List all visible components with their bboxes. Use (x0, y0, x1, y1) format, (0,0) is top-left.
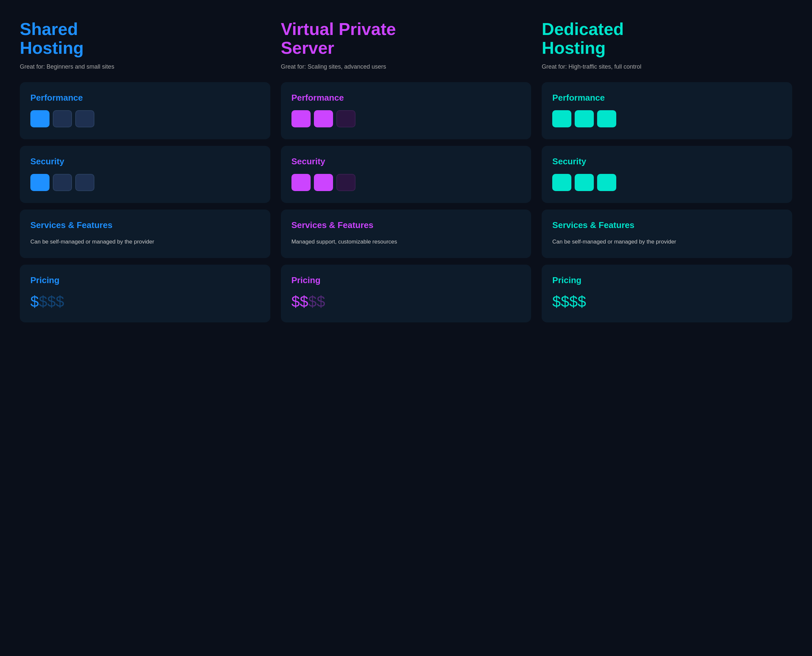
vps-subtitle: Great for: Scaling sites, advanced users (281, 63, 532, 70)
shared-pricing-card: Pricing $$$$ (20, 265, 270, 322)
dedicated-performance-blocks (552, 110, 782, 127)
shared-performance-blocks (30, 110, 260, 127)
shared-sec-block-1 (30, 174, 50, 191)
dedicated-pricing-card: Pricing $$$$ (542, 265, 792, 322)
vps-services-text: Managed support, customizable resources (291, 238, 521, 246)
dedicated-sec-block-1 (552, 174, 571, 191)
vps-security-title: Security (291, 156, 521, 167)
shared-sec-block-3 (75, 174, 95, 191)
vps-title: Virtual Private Server (281, 20, 532, 57)
dedicated-pricing-title: Pricing (552, 275, 782, 285)
dedicated-security-title: Security (552, 156, 782, 167)
dedicated-performance-card: Performance (542, 82, 792, 139)
vps-services-title: Services & Features (291, 220, 521, 231)
shared-perf-block-1 (30, 110, 50, 127)
shared-sec-block-2 (53, 174, 72, 191)
vps-security-blocks (291, 174, 521, 191)
vps-performance-title: Performance (291, 93, 521, 103)
shared-security-blocks (30, 174, 260, 191)
dedicated-sec-block-2 (575, 174, 594, 191)
dedicated-security-blocks (552, 174, 782, 191)
dedicated-services-text: Can be self-managed or managed by the pr… (552, 238, 782, 246)
shared-pricing-symbols: $$$$ (30, 293, 260, 311)
vps-pricing-symbols: $$$$ (291, 293, 521, 311)
vps-services-card: Services & Features Managed support, cus… (281, 210, 532, 258)
dedicated-services-card: Services & Features Can be self-managed … (542, 210, 792, 258)
dedicated-title: Dedicated Hosting (542, 20, 792, 57)
shared-subtitle: Great for: Beginners and small sites (20, 63, 270, 70)
vps-sec-block-3 (336, 174, 355, 191)
vps-sec-block-1 (291, 174, 311, 191)
vps-header: Virtual Private Server Great for: Scalin… (281, 20, 532, 70)
dedicated-pricing-symbols: $$$$ (552, 293, 782, 311)
dedicated-sec-block-3 (597, 174, 616, 191)
vps-perf-block-1 (291, 110, 311, 127)
dedicated-performance-title: Performance (552, 93, 782, 103)
shared-services-title: Services & Features (30, 220, 260, 231)
vps-perf-block-3 (336, 110, 355, 127)
vps-performance-card: Performance (281, 82, 532, 139)
shared-performance-card: Performance (20, 82, 270, 139)
shared-security-card: Security (20, 146, 270, 203)
dedicated-services-title: Services & Features (552, 220, 782, 231)
shared-perf-block-2 (53, 110, 72, 127)
dedicated-perf-block-1 (552, 110, 571, 127)
vps-pricing-title: Pricing (291, 275, 521, 285)
shared-pricing-title: Pricing (30, 275, 260, 285)
vps-performance-blocks (291, 110, 521, 127)
dedicated-perf-block-3 (597, 110, 616, 127)
shared-services-card: Services & Features Can be self-managed … (20, 210, 270, 258)
dedicated-header: Dedicated Hosting Great for: High-traffi… (542, 20, 792, 70)
shared-services-text: Can be self-managed or managed by the pr… (30, 238, 260, 246)
shared-security-title: Security (30, 156, 260, 167)
vps-perf-block-2 (314, 110, 333, 127)
dedicated-column: Dedicated Hosting Great for: High-traffi… (542, 20, 792, 329)
shared-hosting-column: Shared Hosting Great for: Beginners and … (20, 20, 270, 329)
vps-security-card: Security (281, 146, 532, 203)
shared-performance-title: Performance (30, 93, 260, 103)
dedicated-subtitle: Great for: High-traffic sites, full cont… (542, 63, 792, 70)
vps-sec-block-2 (314, 174, 333, 191)
vps-pricing-card: Pricing $$$$ (281, 265, 532, 322)
dedicated-security-card: Security (542, 146, 792, 203)
vps-column: Virtual Private Server Great for: Scalin… (281, 20, 532, 329)
dedicated-perf-block-2 (575, 110, 594, 127)
shared-header: Shared Hosting Great for: Beginners and … (20, 20, 270, 70)
shared-perf-block-3 (75, 110, 95, 127)
shared-title: Shared Hosting (20, 20, 270, 57)
